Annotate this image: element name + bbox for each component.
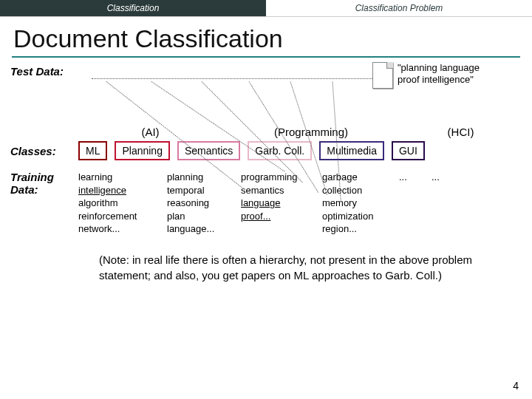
- page-title: Document Classification: [13, 24, 519, 53]
- label-test-data: Test Data:: [10, 65, 78, 78]
- super-hci: (HCI): [400, 126, 522, 138]
- train-col-multimedia: ...: [399, 171, 421, 236]
- training-columns: learningintelligence algorithmreinforcem…: [78, 171, 454, 236]
- crumb-left: Classification: [0, 0, 266, 16]
- train-col-planning: planningtemporal reasoningplanlanguage..…: [167, 171, 231, 236]
- class-multimedia: Multimedia: [319, 141, 384, 160]
- crumb-right: Classification Problem: [266, 0, 532, 16]
- title-rule: [12, 56, 520, 58]
- class-boxes: ML Planning Semantics Garb. Coll. Multim…: [78, 141, 425, 160]
- label-classes: Classes:: [10, 145, 78, 157]
- train-col-gui: ...: [432, 171, 454, 236]
- slide-body: Test Data: "planning language proof inte…: [0, 65, 532, 283]
- super-ai: (AI): [78, 126, 222, 138]
- document-icon: [372, 62, 393, 89]
- label-training-data: Training Data:: [10, 171, 78, 196]
- class-garb-coll: Garb. Coll.: [248, 141, 312, 160]
- class-gui: GUI: [392, 141, 425, 160]
- footnote: (Note: in real life there is often a hie…: [99, 252, 477, 283]
- train-col-garb: garbagecollection memoryoptimizationregi…: [322, 171, 389, 236]
- class-planning: Planning: [115, 141, 170, 160]
- class-ml: ML: [78, 141, 107, 160]
- fanout-arrows: [77, 78, 374, 121]
- document-snippet: "planning language proof intelligence": [398, 62, 494, 86]
- top-bar: Classification Classification Problem: [0, 0, 532, 17]
- page-number: 4: [513, 380, 519, 392]
- supercategory-row: (AI) (Programming) (HCI): [78, 126, 522, 138]
- super-prog: (Programming): [222, 126, 400, 138]
- train-col-ml: learningintelligence algorithmreinforcem…: [78, 171, 157, 236]
